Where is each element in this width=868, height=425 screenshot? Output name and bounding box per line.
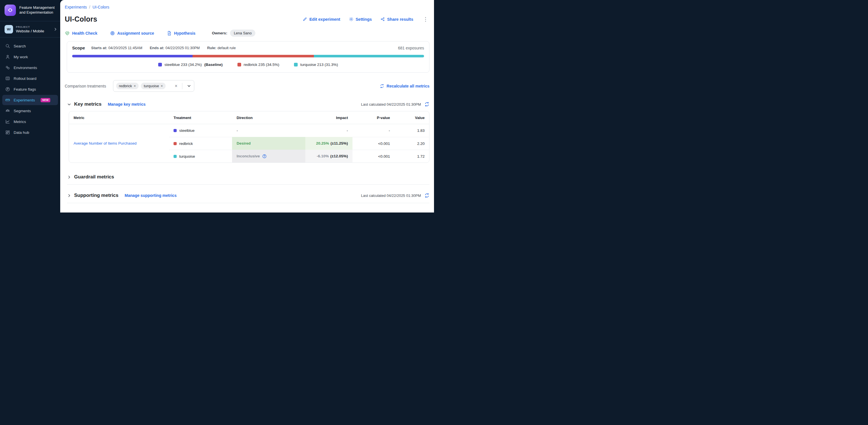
sidebar-item-experiments[interactable]: Experiments NEW (2, 95, 58, 105)
sidebar-item-label: Segments (13, 109, 31, 113)
sidebar-item-metrics[interactable]: Metrics (2, 117, 58, 127)
treatment-dot (174, 142, 177, 145)
p-value-cell: <0.001 (352, 137, 395, 150)
comparison-row: Comparison treatments redbrick × turquoi… (65, 80, 430, 92)
title-row: UI-Colors Edit experiment Settings Share… (65, 15, 430, 23)
rollout-board-icon (5, 76, 10, 81)
scope-starts: Starts at:04/20/2025 11:45AM (91, 46, 142, 50)
chevron-right-icon[interactable] (67, 175, 71, 179)
sidebar-item-label: Search (13, 44, 26, 48)
col-header-treatment: Treatment (169, 111, 232, 124)
col-header-p-value: P-value (352, 111, 395, 124)
value-cell: 2.20 (395, 137, 429, 150)
allocation-bar (72, 55, 424, 57)
sidebar-item-segments[interactable]: Segments (2, 106, 58, 116)
gear-icon (349, 17, 353, 22)
clear-all-icon[interactable]: × (175, 84, 177, 89)
breadcrumb-current[interactable]: UI-Colors (93, 5, 110, 9)
legend-swatch (294, 63, 298, 66)
segments-icon (5, 108, 10, 113)
sidebar-item-label: My work (13, 55, 28, 59)
share-icon (380, 17, 385, 22)
chevron-down-icon[interactable] (67, 102, 71, 107)
sidebar-menu: Search My work Environments Rollout boar… (0, 37, 60, 141)
recalculate-all-metrics-button[interactable]: Recalculate all metrics (380, 84, 430, 88)
legend-swatch (158, 63, 162, 66)
key-metrics-header: Key metrics Manage key metrics Last calc… (67, 101, 430, 107)
last-calculated-text: Last calculated 04/22/2025 01:30PM (361, 102, 421, 107)
remove-chip-icon[interactable]: × (161, 84, 163, 88)
refresh-icon[interactable] (424, 102, 430, 107)
assignment-source-link[interactable]: Assignment source (110, 31, 154, 36)
refresh-icon[interactable] (424, 193, 430, 198)
chevron-right-icon[interactable] (67, 193, 71, 198)
breadcrumb-experiments[interactable]: Experiments (65, 5, 87, 9)
chip-turquoise: turquoise × (141, 83, 165, 89)
col-header-metric: Metric (69, 111, 169, 124)
remove-chip-icon[interactable]: × (134, 84, 136, 88)
sidebar-item-label: Data hub (13, 130, 29, 135)
treatment-dot (174, 129, 177, 132)
kebab-menu-button[interactable]: ⋮ (422, 17, 430, 22)
sidebar: Feature Management and Experimentation W… (0, 0, 60, 212)
divider (67, 184, 430, 185)
sidebar-item-environments[interactable]: Environments (2, 62, 58, 73)
project-switcher[interactable]: W/ PROJECT Website / Mobile (0, 21, 60, 37)
col-header-impact: Impact (305, 111, 352, 124)
edit-experiment-button[interactable]: Edit experiment (303, 17, 340, 22)
health-check-link[interactable]: Health Check (65, 31, 97, 36)
metric-link[interactable]: Average Number of Items Purchased (73, 141, 136, 146)
breadcrumb: Experiments / UI-Colors (65, 0, 430, 9)
manage-supporting-metrics-link[interactable]: Manage supporting metrics (125, 193, 177, 198)
sidebar-item-my-work[interactable]: My work (2, 52, 58, 62)
scope-card: Scope Starts at:04/20/2025 11:45AM Ends … (67, 41, 430, 73)
baseline-label: (Baseline) (204, 62, 223, 67)
key-metrics-table: Metric Treatment Direction Impact P-valu… (69, 111, 430, 163)
hypothesis-link[interactable]: Hypothesis (167, 31, 195, 36)
sidebar-item-label: Rollout board (13, 77, 36, 81)
search-icon (5, 43, 10, 49)
key-metrics-title: Key metrics (74, 101, 101, 107)
sidebar-item-label: Experiments (13, 98, 35, 102)
page-title: UI-Colors (65, 15, 97, 23)
owners-label: Owners: (212, 31, 227, 35)
manage-key-metrics-link[interactable]: Manage key metrics (107, 102, 146, 107)
metric-cell: Average Number of Items Purchased (69, 124, 169, 162)
split-logo-icon (4, 4, 16, 16)
treatments-multiselect[interactable]: redbrick × turquoise × × (113, 80, 194, 92)
main-panel: Experiments / UI-Colors UI-Colors Edit e… (60, 0, 434, 212)
sidebar-item-search[interactable]: Search (2, 41, 58, 51)
exposures-count: 681 exposures (398, 46, 424, 50)
app-title: Feature Management and Experimentation (19, 5, 56, 15)
sidebar-item-feature-flags[interactable]: Feature flags (2, 84, 58, 94)
scope-ends: Ends at:04/22/2025 01:30PM (150, 46, 200, 50)
target-icon (110, 31, 115, 36)
project-label: PROJECT (16, 26, 44, 28)
supporting-metrics-header: Supporting metrics Manage supporting met… (67, 192, 430, 198)
allocation-segment-steelblue (72, 55, 193, 57)
breadcrumb-separator: / (89, 5, 90, 9)
allocation-segment-turquoise (314, 55, 424, 57)
sidebar-item-label: Metrics (13, 120, 26, 124)
value-cell: 1.72 (395, 150, 429, 162)
direction-cell-inconclusive: Inconclusive (232, 150, 305, 162)
chevron-right-icon (53, 27, 57, 31)
chevron-down-icon[interactable] (187, 84, 191, 88)
settings-button[interactable]: Settings (349, 17, 372, 22)
sidebar-item-data-hub[interactable]: Data hub (2, 127, 58, 138)
treatment-cell-redbrick: redbrick (169, 137, 232, 150)
guardrail-metrics-title: Guardrail metrics (74, 174, 114, 180)
refresh-icon (380, 84, 384, 88)
project-avatar: W/ (4, 25, 13, 33)
treatment-dot (174, 155, 177, 158)
chip-redbrick: redbrick × (116, 83, 139, 89)
owner-chip[interactable]: Lena Sano (230, 30, 255, 37)
feature-flags-icon (5, 87, 10, 92)
help-circle-icon[interactable] (262, 154, 267, 158)
sidebar-item-rollout-board[interactable]: Rollout board (2, 73, 58, 84)
share-results-button[interactable]: Share results (380, 17, 413, 22)
treatment-cell-steelblue: steelblue (169, 124, 232, 137)
col-header-value: Value (395, 111, 429, 124)
impact-cell: - (305, 124, 352, 137)
legend-item-steelblue: steelblue 233 (34.2%) (Baseline) (158, 62, 223, 67)
